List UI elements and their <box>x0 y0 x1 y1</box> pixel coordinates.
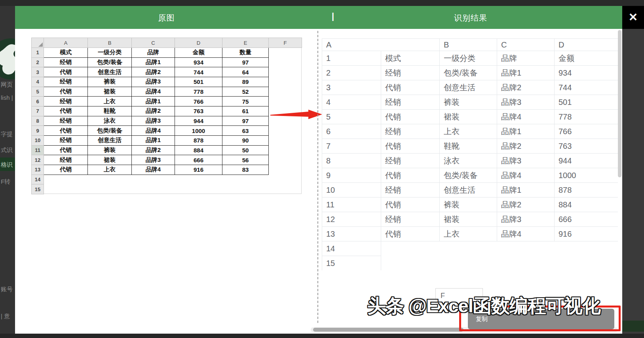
cell <box>175 175 222 184</box>
result-cell: 金额 <box>555 51 618 66</box>
result-cell: 上衣 <box>440 124 497 139</box>
cell <box>269 135 302 145</box>
result-cell: 裤装 <box>440 197 497 212</box>
table-row: 12经销裙装品牌366656 <box>32 155 302 165</box>
cell: 778 <box>175 87 222 97</box>
result-cell: 经销 <box>381 212 440 227</box>
cell: 75 <box>222 97 269 106</box>
cell: 916 <box>175 165 222 175</box>
result-cell: 934 <box>555 66 618 80</box>
table-row: 9代销包类/装备品牌41000 <box>322 168 618 183</box>
cell <box>222 175 269 184</box>
result-cell: 经销 <box>381 95 440 110</box>
left-panel-title: 原图 <box>15 13 318 23</box>
cell: 品牌2 <box>132 67 175 77</box>
cell: 一级分类 <box>88 48 132 58</box>
result-cell: 经销 <box>381 154 440 168</box>
background-menu-fragment: F转 <box>1 178 15 186</box>
cell <box>269 87 302 97</box>
result-row-number-cell: 12 <box>322 212 381 227</box>
result-cell: 944 <box>555 154 618 168</box>
background-menu-fragment: 字提 <box>1 131 15 138</box>
cell <box>269 126 302 136</box>
result-cell: 品牌2 <box>497 80 555 95</box>
table-row: 10经销创意生活品牌1878 <box>322 183 618 197</box>
result-cell <box>381 241 440 256</box>
horizontal-scrollbar-thumb[interactable] <box>313 328 464 332</box>
table-row: 6经销上衣品牌176675 <box>32 97 302 106</box>
result-cell: 代销 <box>381 110 440 124</box>
cell: 52 <box>222 87 269 97</box>
table-row: 1模式一级分类品牌金额 <box>322 51 618 66</box>
result-cell: 品牌4 <box>497 110 555 124</box>
top-dark-strip <box>0 0 644 6</box>
close-icon[interactable]: ✕ <box>622 6 644 29</box>
cell: 品牌3 <box>132 116 175 126</box>
cell: 品牌3 <box>132 77 175 87</box>
background-menu-fragment: 网页 <box>1 81 15 89</box>
background-menu-fragment: lish | <box>1 94 15 101</box>
result-cell: 744 <box>555 80 618 95</box>
cell: 经销 <box>44 135 88 145</box>
table-row: 6经销上衣品牌1766 <box>322 124 618 139</box>
cell: 金额 <box>175 48 222 58</box>
cell: 鞋靴 <box>88 106 132 116</box>
background-sidebar: 网页lish |字提式识格识F转账号| 意 <box>0 0 15 338</box>
cell: 代销 <box>44 145 88 155</box>
table-row: 4经销裤装品牌350189 <box>32 77 302 87</box>
cell <box>44 175 88 184</box>
original-spreadsheet-image: ABCDEF1模式一级分类品牌金额数量2经销包类/装备品牌1934973代销创意… <box>31 38 302 194</box>
vertical-scrollbar-thumb[interactable] <box>618 30 621 177</box>
result-row-number-cell: 13 <box>322 227 381 241</box>
bottom-dark-strip <box>0 334 644 338</box>
table-row: 7代销鞋靴品牌276361 <box>32 106 302 116</box>
result-column-header-A: A <box>322 39 440 51</box>
cell: 数量 <box>222 48 269 58</box>
cell: 90 <box>222 135 269 145</box>
result-cell: 品牌3 <box>497 154 555 168</box>
table-row: 7代销鞋靴品牌2763 <box>322 139 618 154</box>
cell: 763 <box>175 106 222 116</box>
result-cell: 经销 <box>381 124 440 139</box>
cell: 上衣 <box>88 165 132 175</box>
select-all-triangle-icon <box>38 42 43 47</box>
cell: 品牌1 <box>132 57 175 67</box>
table-row: 1模式一级分类品牌金额数量 <box>32 48 302 58</box>
cell: 泳衣 <box>88 116 132 126</box>
background-menu-fragment: | 意 <box>1 313 15 320</box>
result-row-number-cell: 4 <box>322 95 381 110</box>
panel-divider <box>317 31 318 323</box>
cell: 品牌1 <box>132 97 175 106</box>
column-header-D: D <box>175 38 222 48</box>
table-row: 8经销泳衣品牌3944 <box>322 154 618 168</box>
result-cell: 模式 <box>381 51 440 66</box>
result-cell: 778 <box>555 110 618 124</box>
table-row: 13代销上衣品牌4916 <box>322 227 618 241</box>
column-header-F: F <box>269 38 302 48</box>
result-cell: 上衣 <box>440 227 497 241</box>
table-row: 3代销创意生活品牌274464 <box>32 67 302 77</box>
red-arrow <box>270 109 323 121</box>
select-all-corner[interactable] <box>32 38 44 48</box>
cell: 品牌2 <box>132 106 175 116</box>
cell: 744 <box>175 67 222 77</box>
cell: 模式 <box>44 48 88 58</box>
table-row: 3代销创意生活品牌2744 <box>322 80 618 95</box>
result-cell: 品牌4 <box>497 227 555 241</box>
cell: 裤装 <box>88 77 132 87</box>
cell <box>88 184 132 194</box>
result-column-header-C: C <box>497 39 555 51</box>
cell: 品牌4 <box>132 87 175 97</box>
result-cell: 代销 <box>381 139 440 154</box>
row-number-cell: 1 <box>32 48 44 58</box>
cell <box>132 175 175 184</box>
cell: 501 <box>175 77 222 87</box>
result-row-number-cell: 9 <box>322 168 381 183</box>
cell: 56 <box>222 155 269 165</box>
result-cell: 品牌2 <box>497 197 555 212</box>
result-cell <box>497 256 555 271</box>
dialog-header: 原图 | 识别结果 <box>15 6 622 29</box>
result-row-number-cell: 2 <box>322 66 381 80</box>
cell: 创意生活 <box>88 135 132 145</box>
table-row: 15 <box>322 256 618 271</box>
